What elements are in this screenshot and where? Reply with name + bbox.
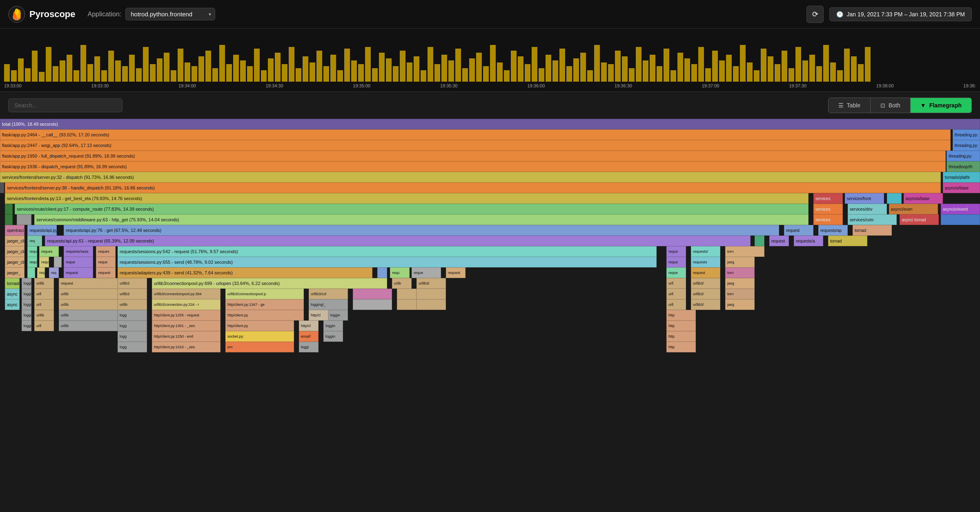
flame-block-r7b[interactable]: services/front: [845, 193, 884, 204]
flame-block-r15c[interactable]: urllib: [34, 278, 54, 289]
flame-block-r10b[interactable]: requests/api.py:76 - get (67.5%, 12.48 s…: [27, 225, 57, 236]
flame-block-r15b[interactable]: logging: [22, 278, 31, 289]
flame-block-r12i[interactable]: torn: [725, 246, 764, 257]
flame-block-r13d[interactable]: [54, 257, 62, 267]
flame-block-r20b[interactable]: http/client.py:1250 - end: [152, 331, 220, 342]
flame-row-2[interactable]: flask/app.py:2447 - wsgi_app (92.64%, 17…: [0, 140, 980, 151]
flame-block-r16c[interactable]: urll: [34, 289, 54, 299]
flame-block-r19f[interactable]: http/client.py: [225, 321, 294, 331]
flame-block-r11e[interactable]: request: [769, 236, 789, 246]
flame-block-r16i[interactable]: [353, 289, 392, 299]
flame-block-r17h[interactable]: logging/_: [309, 299, 348, 310]
flame-block-right-5[interactable]: tornado/platfe: [943, 172, 980, 183]
flame-block-r21a[interactable]: logg: [118, 342, 147, 352]
flame-block-r14e[interactable]: request: [64, 267, 93, 278]
flame-block-r17m[interactable]: urllib3/: [691, 299, 720, 310]
flame-block-right-2[interactable]: threading.py:: [953, 140, 980, 151]
flame-block-r14b[interactable]: [27, 267, 35, 278]
flame-block-r19b[interactable]: urll: [34, 321, 54, 331]
flame-block-r9e[interactable]: services/com: [848, 214, 897, 225]
flame-block-r17e[interactable]: urllib: [118, 299, 147, 310]
flame-block-r10e[interactable]: requests/ap: [818, 225, 848, 236]
flame-row-21[interactable]: logg http/client.py:1010 - _ses em loggi…: [0, 342, 980, 352]
flame-block-r14f[interactable]: request: [96, 267, 116, 278]
flame-block-r17f[interactable]: urllib3/connection.py:234 - r: [152, 299, 220, 310]
flame-block-r14h[interactable]: [377, 267, 387, 278]
flame-block-r13f[interactable]: reque: [96, 257, 116, 267]
flame-block-r19d[interactable]: logg: [118, 321, 147, 331]
flame-block-r14m[interactable]: request: [691, 267, 720, 278]
flame-block-r17l[interactable]: urll: [666, 299, 686, 310]
flame-block-r17k[interactable]: [416, 299, 446, 310]
flame-block-r15k[interactable]: jaeg: [725, 278, 755, 289]
flame-row-5[interactable]: services/frontend/server.py:32 - dispatc…: [0, 172, 980, 183]
flame-block-r11b[interactable]: req: [27, 236, 42, 246]
flame-block-r16k[interactable]: [416, 289, 446, 299]
flame-block-right-6[interactable]: asyncio/base: [943, 183, 980, 193]
flame-block-r11a[interactable]: jaeger_client/sp: [5, 236, 24, 246]
flame-block-r11f[interactable]: requests/a: [794, 236, 823, 246]
flame-block-r11d[interactable]: [755, 236, 764, 246]
flame-block-r10d[interactable]: request: [784, 225, 813, 236]
flame-row-19[interactable]: loggi urll urllib logg http/client.py:13…: [0, 321, 980, 331]
flame-block-r19g[interactable]: http/cl: [299, 321, 318, 331]
flame-block-r19e[interactable]: http/client.py:1301 - _sen: [152, 321, 220, 331]
flame-row-9[interactable]: services/common/middleware.py:63 - http_…: [0, 214, 980, 225]
flame-block-r14n[interactable]: torn: [725, 267, 755, 278]
flame-block-r16l[interactable]: urll: [666, 289, 686, 299]
flame-row-1[interactable]: flask/app.py:2464 - __call__ (93.02%, 17…: [0, 129, 980, 140]
flame-block-r16b[interactable]: loggin: [22, 289, 31, 299]
flame-block-r12c[interactable]: reques: [39, 246, 59, 257]
flame-block-r7d[interactable]: asyncio/base: [904, 193, 943, 204]
flame-block-r13c[interactable]: request: [39, 257, 49, 267]
flame-block-r12b[interactable]: reque: [27, 246, 37, 257]
flame-block-r15e[interactable]: urllib3: [118, 278, 147, 289]
flamegraph-container[interactable]: total (100%, 18.49 seconds) flask/app.py…: [0, 119, 980, 512]
flame-block-left-6[interactable]: [0, 183, 4, 193]
refresh-button[interactable]: ⟳: [806, 6, 824, 23]
flame-block-r20a[interactable]: logg: [118, 331, 147, 342]
flame-block-r19i[interactable]: http: [666, 321, 696, 331]
flame-block[interactable]: flask/app.py:2447 - wsgi_app (92.64%, 17…: [0, 140, 951, 151]
flame-block-r8c[interactable]: services: [813, 204, 843, 214]
flame-block[interactable]: flask/app.py:2464 - __call__ (93.02%, 17…: [0, 129, 951, 140]
flame-block[interactable]: flask/app.py:1936 - dispatch_request (91…: [0, 161, 946, 172]
flame-block-r14l[interactable]: reque: [666, 267, 686, 278]
flame-block-r16h[interactable]: urllib3/col: [309, 289, 348, 299]
search-input[interactable]: [8, 98, 122, 112]
flame-block-r17g[interactable]: http/client.py:1347 - ge: [225, 299, 304, 310]
flame-block-r12g[interactable]: reque: [666, 246, 686, 257]
flame-block-r7c[interactable]: [887, 193, 902, 204]
flame-block-r18a[interactable]: loggin: [22, 310, 31, 321]
flame-block-r15i[interactable]: urll: [666, 278, 686, 289]
flame-block-r18b[interactable]: urllib: [34, 310, 54, 321]
flame-block-r13a[interactable]: jaeger_client/re: [5, 257, 24, 267]
flame-block-r14c[interactable]: req: [37, 267, 45, 278]
flame-row-4[interactable]: flask/app.py:1936 - dispatch_request (91…: [0, 161, 980, 172]
flame-block-r9d[interactable]: services: [813, 214, 843, 225]
flame-block-r19a[interactable]: loggi: [22, 321, 31, 331]
flame-row-13[interactable]: jaeger_client/re requ request reque requ…: [0, 257, 980, 267]
flame-row-8[interactable]: services/route/client.py:17 - compute_ro…: [0, 204, 980, 214]
flame-block-r9g[interactable]: [941, 214, 980, 225]
flame-row-10[interactable]: opentracing/spa requests/api.py:76 - get…: [0, 225, 980, 236]
flame-block-r16d[interactable]: urllib: [59, 289, 118, 299]
flame-block-r12e[interactable]: reques: [96, 246, 116, 257]
flame-block-r11c[interactable]: requests/api.py:61 - request (65.39%, 12…: [45, 236, 751, 246]
flame-block-r17j[interactable]: [397, 299, 416, 310]
flame-block-r9a[interactable]: [5, 214, 13, 225]
flame-block-r12h[interactable]: requests/: [691, 246, 720, 257]
flame-block-r16g[interactable]: urllib3/connectionpool.p: [225, 289, 304, 299]
app-selector[interactable]: hotrod.python.frontend: [125, 8, 215, 20]
flame-block-r7a[interactable]: services: [813, 193, 843, 204]
flame-block-right-4[interactable]: threadloop/th: [947, 161, 980, 172]
flame-block-r14g[interactable]: requests/adapters.py:439 - send (41.32%,…: [118, 267, 372, 278]
flame-block-r20e[interactable]: loggin: [323, 331, 343, 342]
flame-row-16[interactable]: async loggin urll urllib urllib3 urllib3…: [0, 289, 980, 299]
flame-block-r21d[interactable]: loggi: [299, 342, 318, 352]
flame-row-12[interactable]: jaeger_client/tra reque reques requests/…: [0, 246, 980, 257]
flame-block-r9c[interactable]: services/common/middleware.py:63 - http_…: [34, 214, 808, 225]
flame-block-r18c[interactable]: urllib: [59, 310, 118, 321]
flame-block-r15f[interactable]: urllib3/connectionpool.py:699 - urlopen …: [152, 278, 387, 289]
app-selector-wrapper[interactable]: hotrod.python.frontend: [125, 8, 215, 20]
